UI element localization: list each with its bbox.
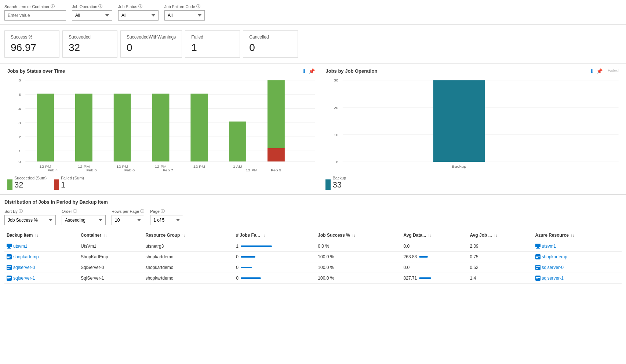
col-avg-data-sort[interactable]: ↑↓: [428, 233, 432, 237]
bar-chart-right-container: 30 20 10 0 Backup: [325, 77, 619, 172]
col-container-sort[interactable]: ↑↓: [103, 233, 107, 237]
search-filter-group: Search Item or Container ⓘ: [4, 4, 66, 21]
rows-per-page-select[interactable]: 10 20 50: [112, 215, 144, 225]
charts-section: ⬇ 📌 Jobs by Status over Time 6 5 4 3 2: [0, 64, 626, 194]
svg-text:1 AM: 1 AM: [233, 165, 242, 169]
search-input[interactable]: [4, 10, 66, 21]
cell-azure-resource-1: shopkartemp: [533, 252, 622, 262]
kpi-label-cancelled: Cancelled: [249, 34, 292, 40]
azure-resource-link-0[interactable]: utsvm1: [535, 244, 619, 249]
kpi-value-failed: 1: [191, 42, 234, 54]
page-group: Page ⓘ 1 of 5: [150, 208, 183, 225]
job-operation-select[interactable]: AllBackupRestore: [72, 10, 112, 21]
pin-icon-left[interactable]: 📌: [309, 68, 315, 74]
backup-item-link-0[interactable]: utsvm1: [7, 244, 76, 249]
search-info-icon[interactable]: ⓘ: [51, 4, 55, 9]
svg-rect-52: [7, 257, 10, 258]
kpi-card-cancelled: Cancelled 0: [243, 30, 298, 58]
order-select[interactable]: Ascending Descending: [62, 215, 106, 225]
chart-header-left: ⬇ 📌 Jobs by Status over Time: [7, 68, 315, 77]
jobs-failed-bar-0: [241, 245, 272, 247]
azure-resource-link-1[interactable]: shopkartemp: [535, 254, 619, 259]
job-operation-info-icon[interactable]: ⓘ: [98, 4, 102, 9]
col-avg-job-sort[interactable]: ↑↓: [494, 233, 498, 237]
job-status-filter-group: Job Status ⓘ AllSucceededFailedCancelled: [118, 4, 159, 21]
col-jobs-failed-sort[interactable]: ↑↓: [262, 233, 266, 237]
order-label-text: Order: [62, 209, 72, 214]
download-icon-right[interactable]: ⬇: [590, 68, 594, 74]
table-row: sqlserver-0 SqlServer-0 shopkartdemo 0 1…: [4, 262, 622, 273]
kpi-value-succeeded: 32: [69, 42, 111, 54]
col-resource-group-sort[interactable]: ↑↓: [182, 233, 186, 237]
svg-text:Feb 7: Feb 7: [163, 168, 174, 172]
pin-icon-right[interactable]: 📌: [596, 68, 603, 74]
kpi-card-succeeded: Succeeded 32: [62, 30, 117, 58]
col-backup-item-sort[interactable]: ↑↓: [35, 233, 39, 237]
table-row: sqlserver-1 SqlServer-1 shopkartdemo 0 1…: [4, 273, 622, 284]
backup-item-link-3[interactable]: sqlserver-1: [7, 276, 76, 281]
azure-resource-link-2[interactable]: sqlserver-0: [535, 265, 619, 270]
svg-rect-15: [75, 94, 92, 161]
svg-text:Feb 9: Feb 9: [271, 168, 281, 172]
svg-rect-48: [537, 247, 539, 248]
sort-by-info-icon[interactable]: ⓘ: [19, 208, 23, 214]
cell-avg-job-2: 0.52: [467, 262, 533, 273]
avg-data-bar-1: [419, 256, 428, 258]
job-status-label-text: Job Status: [118, 4, 137, 9]
search-filter-label: Search Item or Container ⓘ: [4, 4, 66, 9]
chart-legend-right: Backup 33: [325, 176, 619, 190]
svg-rect-49: [536, 248, 540, 249]
cell-avg-job-3: 1.4: [467, 273, 533, 284]
order-info-icon[interactable]: ⓘ: [73, 208, 77, 214]
cell-azure-resource-0: utsvm1: [533, 241, 622, 252]
col-job-success-pct: Job Success % ↑↓: [316, 230, 401, 241]
svg-rect-67: [536, 279, 538, 279]
filter-bar: Search Item or Container ⓘ Job Operation…: [0, 0, 626, 25]
svg-text:12 PM: 12 PM: [78, 165, 90, 169]
distribution-controls: Sort By ⓘ Job Success % # Jobs Failed Av…: [4, 208, 622, 225]
cell-resource-group-0: utsnetrg3: [143, 241, 234, 252]
chart-panel-right: ⬇ 📌 Failed Jobs by Job Operation 30 20 1…: [318, 68, 622, 190]
cell-avg-data-3: 827.71: [401, 273, 468, 284]
page-label-text: Page: [150, 209, 160, 214]
chart-title-right: Jobs by Job Operation: [325, 68, 619, 74]
azure-resource-link-3[interactable]: sqlserver-1: [535, 276, 619, 281]
svg-text:0: 0: [18, 160, 21, 163]
svg-rect-54: [536, 256, 540, 256]
svg-text:12 PM: 12 PM: [155, 165, 167, 169]
backup-item-link-2[interactable]: sqlserver-0: [7, 265, 76, 270]
search-label-text: Search Item or Container: [4, 4, 50, 9]
col-jobs-failed-label: # Jobs Fa...: [236, 233, 260, 238]
cell-container-1: ShopKartEmp: [79, 252, 143, 262]
avg-data-bar-cell-0: 0.0: [404, 244, 466, 249]
download-icon-left[interactable]: ⬇: [302, 68, 306, 74]
page-label: Page ⓘ: [150, 208, 183, 214]
cell-backup-item-3: sqlserver-1: [4, 273, 79, 284]
job-status-select[interactable]: AllSucceededFailedCancelled: [118, 10, 159, 21]
cell-jobs-failed-2: 0: [234, 262, 316, 273]
jobs-failed-bar-cell-2: 0: [236, 265, 313, 270]
chart-header-right: ⬇ 📌 Failed Jobs by Job Operation: [325, 68, 619, 77]
job-failure-code-info-icon[interactable]: ⓘ: [196, 4, 200, 9]
col-resource-group-label: Resource Group: [145, 233, 180, 238]
job-status-info-icon[interactable]: ⓘ: [138, 4, 142, 9]
kpi-value-succeeded-warnings: 0: [127, 42, 176, 54]
col-job-success-pct-label: Job Success %: [318, 233, 350, 238]
page-select[interactable]: 1 of 5: [150, 215, 183, 225]
job-failure-code-select[interactable]: All: [164, 10, 205, 21]
sort-by-select[interactable]: Job Success % # Jobs Failed Avg Data... …: [4, 215, 56, 225]
order-group: Order ⓘ Ascending Descending: [62, 208, 106, 225]
avg-data-bar-3: [419, 277, 431, 279]
table-body: utsvm1 UtsVm1 utsnetrg3 1 0.0 % 0.0 2.09…: [4, 241, 622, 284]
col-azure-resource-sort[interactable]: ↑↓: [571, 233, 574, 237]
svg-rect-47: [535, 244, 541, 247]
cell-job-success-0: 0.0 %: [316, 241, 401, 252]
col-job-success-pct-sort[interactable]: ↑↓: [352, 233, 356, 237]
cell-avg-data-1: 263.83: [401, 252, 468, 262]
jobs-failed-bar-cell-3: 0: [236, 276, 313, 281]
legend-item-backup: Backup 33: [325, 176, 346, 190]
page-info-icon[interactable]: ⓘ: [161, 208, 165, 214]
legend-value-succeeded: 32: [14, 180, 47, 190]
backup-item-link-1[interactable]: shopkartemp: [7, 254, 76, 259]
rows-per-page-info-icon[interactable]: ⓘ: [140, 208, 144, 214]
